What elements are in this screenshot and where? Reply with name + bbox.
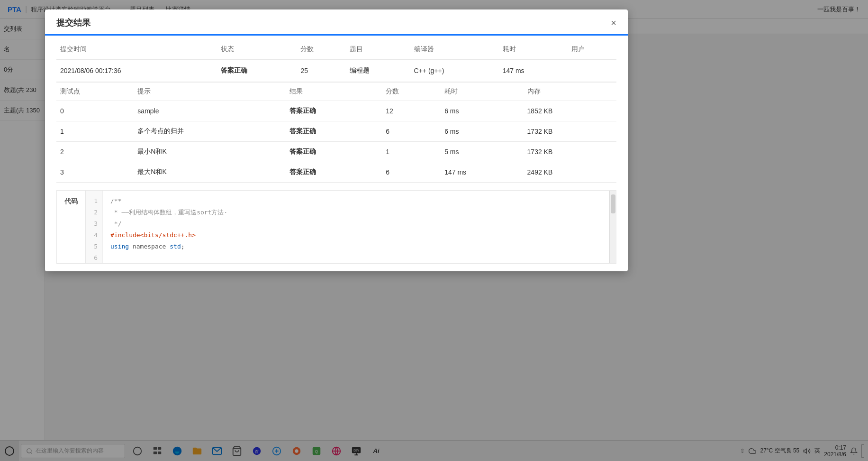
- test-point-0: 0: [56, 101, 134, 121]
- col-score: 分数: [297, 39, 345, 60]
- code-scrollbar[interactable]: [609, 191, 616, 263]
- code-line-1: /**: [110, 195, 602, 207]
- submit-compiler-value: C++ (g++): [410, 60, 499, 82]
- code-line-4: #include<bits/stdc++.h>: [110, 230, 602, 241]
- test-col-time: 耗时: [441, 83, 523, 101]
- col-problem: 题目: [346, 39, 410, 60]
- modal-header: 提交结果 ×: [45, 9, 628, 36]
- col-status: 状态: [217, 39, 297, 60]
- submit-status-value: 答案正确: [217, 60, 297, 82]
- code-namespace-text: namespace: [129, 243, 170, 250]
- code-label: 代码: [57, 191, 86, 263]
- line-num-6: 6: [90, 252, 98, 263]
- test-score-3: 6: [382, 162, 441, 183]
- code-line-5: using namespace std;: [110, 241, 602, 252]
- test-time-2: 5 ms: [441, 142, 523, 162]
- submit-score-value: 25: [297, 60, 345, 82]
- code-content: 1 2 3 4 5 6 /** * ——利用结构体数组，重写送sort方法· *…: [86, 191, 609, 263]
- test-point-3: 3: [56, 162, 134, 183]
- test-time-0: 6 ms: [441, 101, 523, 121]
- test-result-0: 答案正确: [286, 101, 382, 121]
- submit-time-used-value: 147 ms: [499, 60, 568, 82]
- test-memory-2: 1732 KB: [524, 142, 616, 162]
- col-time: 耗时: [499, 39, 568, 60]
- test-col-score: 分数: [382, 83, 441, 101]
- modal-body: 提交时间 状态 分数 题目 编译器 耗时 用户 2021/08/06 00:17…: [45, 39, 628, 271]
- test-col-result: 结果: [286, 83, 382, 101]
- test-points-table: 测试点 提示 结果 分数 耗时 内存 0 sample 答案正确 12 6 ms…: [56, 82, 616, 183]
- modal-close-button[interactable]: ×: [611, 18, 616, 28]
- col-submit-time: 提交时间: [56, 39, 217, 60]
- test-score-2: 1: [382, 142, 441, 162]
- test-time-1: 6 ms: [441, 121, 523, 142]
- test-score-0: 12: [382, 101, 441, 121]
- test-memory-3: 2492 KB: [524, 162, 616, 183]
- test-row-1: 1 多个考点的归并 答案正确 6 6 ms 1732 KB: [56, 121, 616, 142]
- std-keyword: std: [170, 243, 181, 250]
- code-scrollbar-thumb: [611, 194, 615, 213]
- line-num-2: 2: [90, 207, 98, 218]
- submit-user-value: [568, 60, 616, 82]
- test-memory-1: 1732 KB: [524, 121, 616, 142]
- test-hint-3: 最大N和K: [134, 162, 286, 183]
- col-user: 用户: [568, 39, 616, 60]
- test-hint-2: 最小N和K: [134, 142, 286, 162]
- main-submission-row: 2021/08/06 00:17:36 答案正确 25 编程题 C++ (g++…: [56, 60, 616, 82]
- test-result-3: 答案正确: [286, 162, 382, 183]
- line-num-1: 1: [90, 195, 98, 207]
- using-keyword: using: [110, 243, 129, 250]
- submit-problem-value: 编程题: [346, 60, 410, 82]
- modal-dialog: 提交结果 × 提交时间 状态 分数 题目 编译器 耗时 用户 2021/08/0…: [45, 9, 628, 271]
- include-keyword: #include<bits/stdc++.h>: [110, 231, 196, 239]
- code-line-3: */: [110, 218, 602, 230]
- main-submission-table: 提交时间 状态 分数 题目 编译器 耗时 用户 2021/08/06 00:17…: [56, 39, 616, 82]
- col-compiler: 编译器: [410, 39, 499, 60]
- test-row-2: 2 最小N和K 答案正确 1 5 ms 1732 KB: [56, 142, 616, 162]
- test-time-3: 147 ms: [441, 162, 523, 183]
- test-table-header-row: 测试点 提示 结果 分数 耗时 内存: [56, 83, 616, 101]
- line-num-3: 3: [90, 218, 98, 230]
- test-row-3: 3 最大N和K 答案正确 6 147 ms 2492 KB: [56, 162, 616, 183]
- code-semicolon: ;: [181, 243, 185, 250]
- modal-title: 提交结果: [56, 17, 90, 28]
- test-hint-0: sample: [134, 101, 286, 121]
- test-result-2: 答案正确: [286, 142, 382, 162]
- line-num-5: 5: [90, 241, 98, 252]
- code-text-area: /** * ——利用结构体数组，重写送sort方法· */ #include<b…: [103, 191, 609, 263]
- test-col-point: 测试点: [56, 83, 134, 101]
- main-table-header-row: 提交时间 状态 分数 题目 编译器 耗时 用户: [56, 39, 616, 60]
- submit-time-value: 2021/08/06 00:17:36: [56, 60, 217, 82]
- test-score-1: 6: [382, 121, 441, 142]
- test-memory-0: 1852 KB: [524, 101, 616, 121]
- code-line-numbers: 1 2 3 4 5 6: [86, 191, 103, 263]
- test-result-1: 答案正确: [286, 121, 382, 142]
- test-row-0: 0 sample 答案正确 12 6 ms 1852 KB: [56, 101, 616, 121]
- code-section: 代码 1 2 3 4 5 6 /** * ——利用结构体数组，重写送sort方法…: [56, 190, 616, 264]
- test-point-1: 1: [56, 121, 134, 142]
- code-line-2: * ——利用结构体数组，重写送sort方法·: [110, 207, 602, 218]
- code-line-6: [110, 252, 602, 263]
- test-col-hint: 提示: [134, 83, 286, 101]
- test-hint-1: 多个考点的归并: [134, 121, 286, 142]
- test-col-memory: 内存: [524, 83, 616, 101]
- line-num-4: 4: [90, 230, 98, 241]
- test-point-2: 2: [56, 142, 134, 162]
